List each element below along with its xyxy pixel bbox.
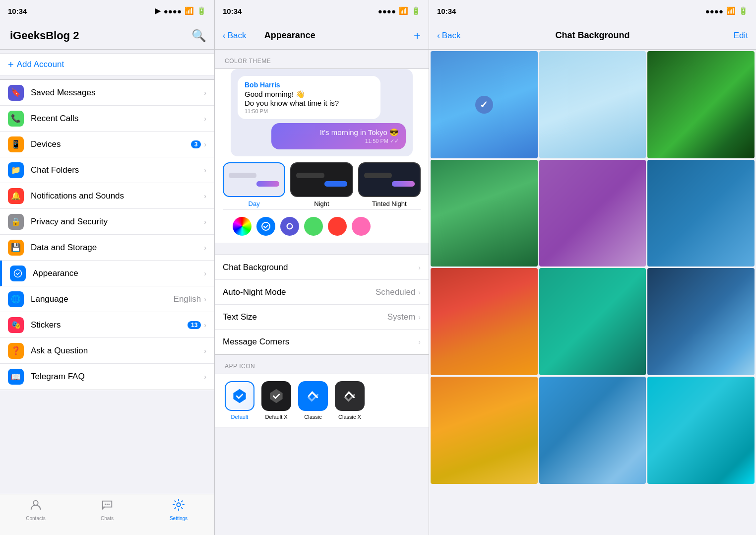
menu-item-auto-night[interactable]: Auto-Night Mode Scheduled › (215, 280, 429, 305)
bg-tile-2[interactable] (539, 51, 646, 158)
bubble-incoming-time: 11:50 PM (245, 108, 374, 114)
bg-tile-5[interactable] (539, 160, 646, 267)
sidebar-item-chat-folders[interactable]: 📁 Chat Folders › (0, 157, 214, 183)
bg-tile-3[interactable] (647, 51, 755, 158)
color-dot-multicolor[interactable] (233, 217, 252, 236)
color-dot-green[interactable] (304, 217, 323, 236)
color-dot-pink[interactable] (352, 217, 371, 236)
chevron-icon: › (204, 269, 206, 277)
day-label: Day (249, 200, 260, 207)
night-msg-in (296, 173, 324, 178)
signal-icon-2: ●●●● (378, 7, 396, 15)
background-grid-container (429, 50, 756, 535)
contacts-tab-icon (29, 498, 42, 514)
menu-item-chat-background[interactable]: Chat Background › (215, 255, 429, 280)
bg-golden (431, 377, 538, 484)
signal-icon: ●●●● (164, 7, 182, 15)
chevron-icon: › (204, 321, 206, 329)
tab-chats[interactable]: Chats (71, 498, 143, 521)
bg-tile-10[interactable] (431, 377, 538, 484)
tab-settings[interactable]: Settings (143, 498, 214, 521)
language-icon: 🌐 (8, 291, 24, 307)
color-dots-row (223, 209, 421, 243)
settings-list: + Add Account 🔖 Saved Messages › 📞 Recen… (0, 50, 214, 494)
search-button-1[interactable]: 🔍 (191, 29, 206, 43)
time-2: 10:34 (223, 7, 242, 15)
settings-panel: 10:34 ▶ ●●●● 📶 🔋 iGeeksBlog 2 🔍 + Add Ac… (0, 0, 214, 535)
chevron-icon: › (418, 264, 421, 271)
app-icon-classic-x[interactable]: Classic X (335, 381, 365, 420)
menu-item-text-size[interactable]: Text Size System › (215, 305, 429, 330)
sidebar-item-privacy[interactable]: 🔒 Privacy and Security › (0, 209, 214, 235)
sidebar-item-ask-question[interactable]: ❓ Ask a Question › (0, 338, 214, 364)
bubble-sender-name: Bob Harris (245, 81, 374, 89)
theme-option-day[interactable]: Day (223, 162, 285, 207)
auto-night-value: Scheduled (376, 287, 415, 297)
sidebar-item-notifications[interactable]: 🔔 Notifications and Sounds › (0, 183, 214, 209)
back-button-3[interactable]: ‹ Back (437, 31, 515, 41)
sidebar-item-telegram-faq[interactable]: 📖 Telegram FAQ › (0, 364, 214, 390)
app-icon-default-x[interactable]: Default X (261, 381, 291, 420)
menu-item-message-corners[interactable]: Message Corners › (215, 330, 429, 354)
chats-tab-icon (101, 498, 114, 514)
edit-button[interactable]: Edit (670, 31, 748, 41)
color-theme-section-label: COLOR THEME (215, 50, 429, 68)
outgoing-checkmarks: ✓✓ (390, 138, 399, 144)
app-icon-default[interactable]: Default (225, 381, 254, 420)
color-dot-blue[interactable] (256, 217, 275, 236)
add-account-row[interactable]: + Add Account (0, 54, 214, 75)
wifi-icon: 📶 (185, 6, 194, 15)
back-label-2: Back (228, 31, 247, 41)
bg-tile-12[interactable] (647, 377, 755, 484)
language-value: English (174, 294, 201, 304)
chevron-icon: › (204, 140, 206, 148)
auto-night-label: Auto-Night Mode (223, 287, 376, 297)
tinted-night-label: Tinted Night (372, 200, 407, 207)
sidebar-item-recent-calls[interactable]: 📞 Recent Calls › (0, 106, 214, 132)
back-button-2[interactable]: ‹ Back (223, 31, 246, 41)
theme-option-tinted-night[interactable]: Tinted Night (358, 162, 421, 207)
sidebar-item-data-storage[interactable]: 💾 Data and Storage › (0, 235, 214, 261)
bg-tile-9[interactable] (647, 268, 755, 375)
default-icon-label: Default (231, 414, 249, 420)
ask-question-icon: ❓ (8, 343, 24, 359)
bg-tile-11[interactable] (539, 377, 646, 484)
sidebar-item-saved-messages[interactable]: 🔖 Saved Messages › (0, 80, 214, 106)
faq-label: Telegram FAQ (31, 372, 204, 382)
sidebar-item-stickers[interactable]: 🎭 Stickers 13 › (0, 312, 214, 338)
sidebar-item-appearance[interactable]: Appearance › (0, 261, 214, 286)
outgoing-time: 11:50 PM (365, 138, 388, 144)
color-dot-red[interactable] (328, 217, 347, 236)
bg-nature (431, 160, 538, 267)
sidebar-item-language[interactable]: 🌐 Language English › (0, 286, 214, 312)
battery-icon-3: 🔋 (739, 6, 748, 15)
plus-button[interactable]: + (333, 29, 421, 43)
status-icons-3: ●●●● 📶 🔋 (705, 6, 748, 15)
app-icon-row: Default Default X (215, 374, 429, 427)
privacy-label: Privacy and Security (31, 217, 204, 227)
day-msg-in (229, 173, 256, 178)
svg-point-3 (107, 504, 108, 505)
bg-tile-6[interactable] (647, 160, 755, 267)
day-msg-out (256, 181, 279, 187)
theme-option-night[interactable]: Night (290, 162, 353, 207)
svg-point-2 (105, 504, 106, 505)
sidebar-item-devices[interactable]: 📱 Devices 3 › (0, 132, 214, 157)
chevron-icon: › (418, 338, 421, 346)
appearance-content: COLOR THEME Bob Harris Good morning! 👋Do… (215, 50, 429, 535)
bg-tile-4[interactable] (431, 160, 538, 267)
battery-icon-2: 🔋 (411, 6, 421, 15)
app-icon-classic[interactable]: Classic (298, 381, 328, 420)
bg-tile-1[interactable] (431, 51, 538, 158)
add-account-label: Add Account (17, 60, 64, 69)
recent-calls-icon: 📞 (8, 111, 24, 127)
tab-contacts[interactable]: Contacts (0, 498, 71, 521)
bg-sky (647, 268, 755, 375)
color-dot-purple[interactable] (280, 217, 299, 236)
classic-icon-label: Classic (304, 414, 321, 420)
svg-point-7 (287, 224, 293, 229)
bg-tile-7[interactable] (431, 268, 538, 375)
bg-tile-8[interactable] (539, 268, 646, 375)
bg-teal (539, 268, 646, 375)
devices-badge: 3 (191, 140, 201, 148)
